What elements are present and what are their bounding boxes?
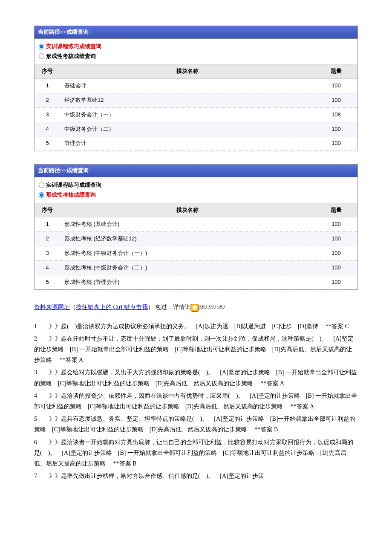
col-seq: 序号 <box>35 203 60 217</box>
cell-qty: 100 <box>315 79 357 93</box>
table-row[interactable]: 2经济数学基础12100 <box>35 93 357 107</box>
cell-name: 形成性考核 (基础会计) <box>60 217 315 232</box>
question-item: 7 》》题率先做出让步榜样，给对方以合作感、信任感的是( )。 [A]坚定的让步… <box>34 471 358 481</box>
cell-seq: 4 <box>35 260 60 275</box>
cell-qty: 100 <box>315 93 357 107</box>
col-name: 模块名称 <box>60 203 315 217</box>
cell-name: 形成性考核 (管理会计) <box>60 275 315 289</box>
question-item: 5 》》题具有态度诚恳、务实、坚定、坦率特点的策略是( )。 [A]坚定的让步策… <box>34 413 358 435</box>
radio-input-formative[interactable] <box>39 192 44 198</box>
cell-seq: 3 <box>35 107 60 122</box>
cell-seq: 1 <box>35 217 60 232</box>
qq-icon[interactable] <box>191 304 199 312</box>
radio-input-formative[interactable] <box>39 53 44 59</box>
breadcrumb-text: 当前路径>>成绩查询 <box>38 167 89 173</box>
cell-name: 基础会计 <box>60 79 315 93</box>
col-name: 模块名称 <box>60 64 315 78</box>
query-type-radio-group: 实训课程练习成绩查询 形成性考核成绩查询 <box>35 39 357 65</box>
question-item: 1 》》题( )是洽谈双方为达成协议所必须承担的义务。 [A]以进为退 [B]以… <box>34 321 358 332</box>
query-type-radio-group: 实训课程练习成绩查询 形成性考核成绩查询 <box>35 177 357 203</box>
question-item: 6 》》题洽谈者一开始就向对方亮出底牌，让出自己的全部可让利益，比较容易打动对方… <box>34 437 358 469</box>
table-row[interactable]: 5管理会计100 <box>35 136 357 151</box>
cell-qty: 100 <box>315 217 357 232</box>
radio-practice-score[interactable]: 实训课程练习成绩查询 <box>39 42 353 51</box>
cell-seq: 2 <box>35 232 60 246</box>
table-row[interactable]: 3中级财务会计（一）108 <box>35 107 357 122</box>
cell-seq: 1 <box>35 79 60 93</box>
question-item: 3 》》题会给对方既强硬，又出手大方的强烈印象的策略是( )。 [A]坚定的让步… <box>34 367 358 388</box>
cell-qty: 100 <box>315 136 357 151</box>
cell-name: 中级财务会计（二） <box>60 122 315 136</box>
cell-name: 形成性考核 (中级财务会计（一）) <box>60 246 315 260</box>
table-row[interactable]: 4形成性考核 (中级财务会计（二）)100 <box>35 260 357 275</box>
table-row[interactable]: 1基础会计100 <box>35 79 357 93</box>
score-query-panel-1: 当前路径>>成绩查询 实训课程练习成绩查询 形成性考核成绩查询 序号 模块名称 … <box>34 26 358 151</box>
radio-label-formative: 形成性考核成绩查询 <box>46 191 96 199</box>
cell-seq: 5 <box>35 136 60 151</box>
radio-label-practice: 实训课程练习成绩查询 <box>46 181 101 190</box>
breadcrumb-text: 当前路径>>成绩查询 <box>38 29 89 35</box>
qq-number: 382397587 <box>199 304 225 310</box>
breadcrumb: 当前路径>>成绩查询 <box>35 165 357 177</box>
col-qty: 题量 <box>315 203 357 217</box>
radio-formative-score[interactable]: 形成性考核成绩查询 <box>39 191 353 199</box>
paren-close: ） <box>148 304 154 310</box>
pass-text: 包过，详情询 <box>154 304 191 310</box>
cell-name: 管理会计 <box>60 136 315 151</box>
cell-qty: 100 <box>315 275 357 289</box>
radio-label-formative: 形成性考核成绩查询 <box>46 52 96 61</box>
cell-qty: 100 <box>315 246 357 260</box>
question-item: 4 》》题洽谈的投资少、依赖性差，因而在洽谈中占有优势时，应采用( )。 [A]… <box>34 390 358 412</box>
reference-line: 资料来源网址（按住键盘上的 Ctrl 键点击我） 包过，详情询382397587 <box>34 303 358 312</box>
cell-qty: 100 <box>315 260 357 275</box>
cell-name: 形成性考核 (中级财务会计（二）) <box>60 260 315 275</box>
col-seq: 序号 <box>35 64 60 78</box>
ctrl-click-link[interactable]: 按住键盘上的 Ctrl 键点击我 <box>76 304 148 310</box>
question-list: 1 》》题( )是洽谈双方为达成协议所必须承担的义务。 [A]以进为退 [B]以… <box>34 321 358 482</box>
table-header-row: 序号 模块名称 题量 <box>35 203 357 217</box>
cell-qty: 100 <box>315 232 357 246</box>
cell-seq: 2 <box>35 93 60 107</box>
radio-label-practice: 实训课程练习成绩查询 <box>46 42 101 51</box>
cell-seq: 5 <box>35 275 60 289</box>
table-row[interactable]: 1形成性考核 (基础会计)100 <box>35 217 357 232</box>
cell-qty: 100 <box>315 122 357 136</box>
module-table: 序号 模块名称 题量 1基础会计1002经济数学基础121003中级财务会计（一… <box>35 64 357 151</box>
radio-practice-score[interactable]: 实训课程练习成绩查询 <box>39 181 353 190</box>
paren-open: （ <box>70 304 76 310</box>
cell-name: 经济数学基础12 <box>60 93 315 107</box>
table-row[interactable]: 4中级财务会计（二）100 <box>35 122 357 136</box>
score-query-panel-2: 当前路径>>成绩查询 实训课程练习成绩查询 形成性考核成绩查询 序号 模块名称 … <box>34 164 358 290</box>
source-link[interactable]: 资料来源网址 <box>34 304 70 310</box>
radio-input-practice[interactable] <box>39 44 44 49</box>
radio-input-practice[interactable] <box>39 182 44 188</box>
cell-name: 中级财务会计（一） <box>60 107 315 122</box>
module-table: 序号 模块名称 题量 1形成性考核 (基础会计)1002形成性考核 (经济数学基… <box>35 203 357 290</box>
table-header-row: 序号 模块名称 题量 <box>35 64 357 78</box>
col-qty: 题量 <box>315 64 357 78</box>
cell-seq: 3 <box>35 246 60 260</box>
table-row[interactable]: 2形成性考核 (经济数学基础12)100 <box>35 232 357 246</box>
cell-seq: 4 <box>35 122 60 136</box>
question-item: 2 》》题在开始时寸步不让，态度十分强硬；到了最后时刻，则一次让步到位，促成和局… <box>34 333 358 366</box>
cell-qty: 108 <box>315 107 357 122</box>
table-row[interactable]: 3形成性考核 (中级财务会计（一）)100 <box>35 246 357 260</box>
table-row[interactable]: 5形成性考核 (管理会计)100 <box>35 275 357 289</box>
breadcrumb: 当前路径>>成绩查询 <box>35 26 357 39</box>
radio-formative-score[interactable]: 形成性考核成绩查询 <box>39 52 353 61</box>
cell-name: 形成性考核 (经济数学基础12) <box>60 232 315 246</box>
